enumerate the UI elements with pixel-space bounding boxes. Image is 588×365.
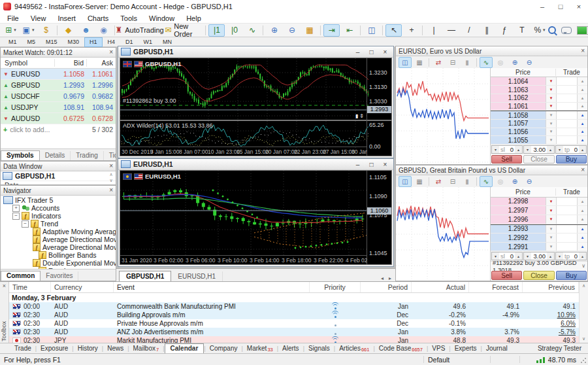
new-chart-button[interactable]: ⊞▾ <box>3 24 19 37</box>
scroll-up-icon[interactable]: ∧ <box>582 283 585 288</box>
trade-cell[interactable] <box>557 198 577 206</box>
chart1-minimize-button[interactable]: – <box>352 48 363 56</box>
dom-orders-button[interactable]: ⊟ <box>446 176 459 187</box>
minimize-button[interactable]: – <box>533 1 551 12</box>
navigator-header[interactable]: Navigator × <box>1 186 116 196</box>
chart1-maximize-button[interactable]: □ <box>366 48 377 56</box>
chart2-close-button[interactable]: × <box>380 161 391 168</box>
ask-row[interactable]: 1.2997▾▴ <box>491 206 587 215</box>
buy-arrow-button[interactable]: ▴ <box>577 111 587 119</box>
column-priority[interactable]: Priority <box>310 282 361 292</box>
zoom-out-button[interactable]: ⊖ <box>284 24 300 37</box>
stepper-down-icon[interactable]: ▾ <box>524 146 531 153</box>
tab-scroll-right-icon[interactable]: ▸ <box>389 275 391 281</box>
bid-row[interactable]: 1.1056▾▴ <box>491 128 587 137</box>
chart2-maximize-button[interactable]: □ <box>366 161 377 168</box>
trade-cell[interactable] <box>557 136 577 144</box>
collapse-icon[interactable]: − <box>12 213 20 220</box>
wallet-button[interactable]: ◆ <box>60 24 76 37</box>
dom-flag-button[interactable]: ▮ <box>461 176 474 187</box>
navigator-item[interactable]: +Accounts <box>1 204 116 212</box>
market-watch-row[interactable]: ▲USDCHF0.96790.9682 <box>1 91 116 102</box>
menu-tools[interactable]: Tools <box>114 14 143 22</box>
data-window-header[interactable]: Data Window × <box>1 162 116 171</box>
bid-row[interactable]: 1.2991▾▴ <box>491 243 587 252</box>
chart1-close-button[interactable]: × <box>380 48 391 56</box>
up-arrow-button[interactable]: ▴ <box>577 206 587 215</box>
navigator-item[interactable]: fAverage Directional Movement <box>1 243 116 251</box>
dom-chart-mode-button[interactable]: ◫ <box>399 176 412 187</box>
chart-shift-button[interactable]: ⇤ <box>341 24 357 37</box>
dom-zoom-out-button[interactable]: ⊖ <box>523 176 536 187</box>
tab-trading[interactable]: Trading <box>71 151 104 160</box>
sell-button[interactable]: Sell <box>491 271 522 280</box>
crosshair-button[interactable]: + <box>403 24 419 37</box>
trade-cell[interactable] <box>557 111 577 119</box>
fibonacci-button[interactable]: ƒ <box>496 24 512 37</box>
market-watch-row[interactable]: ▼AUDUSD0.67250.6728 <box>1 113 116 124</box>
close-button[interactable]: × <box>570 1 588 12</box>
line-chart-button[interactable]: ∿ <box>244 24 260 37</box>
trade-cell[interactable] <box>557 103 577 111</box>
text-label-button[interactable]: T <box>514 24 530 37</box>
previous-value-link[interactable]: -5.7% <box>559 328 576 336</box>
stepper-up-icon[interactable]: ▴ <box>515 146 522 153</box>
chart2-minimize-button[interactable]: – <box>352 161 363 168</box>
tab-ticks[interactable]: Ticks <box>104 151 116 160</box>
tab-articles[interactable]: Articles661 <box>335 344 373 353</box>
tab-trade[interactable]: Trade <box>10 344 35 353</box>
profiles-button[interactable]: ▣▾ <box>20 24 37 37</box>
dom-flag-button[interactable]: ▮ <box>461 57 474 68</box>
calendar-event-row[interactable]: 02:30AUDPrivate House Approvals m/mDec-0… <box>9 319 579 328</box>
dom-zoom-in-button[interactable]: ⊕ <box>508 57 521 68</box>
dom-chart-mode-button[interactable]: ◫ <box>399 57 412 68</box>
previous-value-link[interactable]: 10.9% <box>557 311 576 319</box>
column-period[interactable]: Period <box>361 282 412 292</box>
trade-cell[interactable] <box>557 215 577 224</box>
trade-cell[interactable] <box>557 128 577 136</box>
bid-row[interactable]: 1.2992▾▴ <box>491 234 587 243</box>
dom-zoom-in-button[interactable]: ⊕ <box>508 176 521 187</box>
dom-one-click-button[interactable]: ⇄ <box>432 176 445 187</box>
maximize-button[interactable]: □ <box>551 1 570 12</box>
timeframe-m5[interactable]: M5 <box>22 37 41 47</box>
down-arrow-button[interactable]: ▾ <box>546 234 557 242</box>
chart1-canvas[interactable]: GBPUSD,H1#11392862 buy 3.00▮ ⇕ADX Wilder… <box>120 58 392 156</box>
up-arrow-button[interactable]: ▴ <box>577 198 587 206</box>
sell-arrow-button[interactable]: ▾ <box>546 77 557 85</box>
tab-news[interactable]: News <box>103 344 127 353</box>
calendar-event-row[interactable]: 02:30AUDANZ Job Advertisements m/mJan3.8… <box>9 328 579 336</box>
stepper-down-icon[interactable]: ▾ <box>492 146 499 153</box>
bid-row[interactable]: 1.1057▾▴ <box>491 120 587 128</box>
buy-button[interactable]: Buy <box>556 155 587 164</box>
menu-file[interactable]: File <box>1 14 25 22</box>
tab-signals[interactable]: Signals <box>304 344 334 353</box>
navigator-item[interactable]: −fTrend <box>1 220 116 228</box>
timeframe-m15[interactable]: M15 <box>41 37 63 47</box>
column-forecast[interactable]: Forecast <box>469 282 523 292</box>
tab-alerts[interactable]: Alerts <box>278 344 303 353</box>
ask-row[interactable]: 1.1063▾▴ <box>491 86 587 94</box>
dom-one-click-button[interactable]: ⇄ <box>432 57 445 68</box>
ask-row[interactable]: 1.2998▾▴ <box>491 198 587 207</box>
tile-windows-button[interactable]: ▦ <box>301 24 318 37</box>
ask-row[interactable]: 1.1061▾▴ <box>491 103 587 111</box>
auto-scroll-button[interactable]: ⇥ <box>323 24 340 37</box>
buy-button[interactable]: Buy <box>556 271 587 280</box>
sell-arrow-button[interactable]: ▾ <box>546 103 557 111</box>
navigator-close-icon[interactable]: × <box>109 187 113 194</box>
tab-company[interactable]: Company <box>206 344 242 353</box>
close-button[interactable]: Close <box>523 155 554 164</box>
market-watch-row[interactable]: ▼EURUSD1.10581.1061 <box>1 69 116 80</box>
menu-insert[interactable]: Insert <box>52 14 82 22</box>
dom-orders-button[interactable]: ⊟ <box>446 57 459 68</box>
stepper-up-icon[interactable]: ▴ <box>579 146 586 153</box>
trade-cell[interactable] <box>557 243 577 251</box>
chart1-price-scale[interactable]: 1.32301.31301.30301.299365.260.00 <box>367 58 391 156</box>
arrows-tool-button[interactable]: %▾ <box>531 24 547 37</box>
stepper-up-icon[interactable]: ▴ <box>547 146 554 153</box>
navigator-item[interactable]: fDouble Exponential Moving Av <box>1 259 116 267</box>
scroll-down-icon[interactable]: ∨ <box>109 177 112 183</box>
ask-row[interactable]: 1.2996▾▴ <box>491 215 587 224</box>
tab-market[interactable]: Market33 <box>243 344 277 353</box>
